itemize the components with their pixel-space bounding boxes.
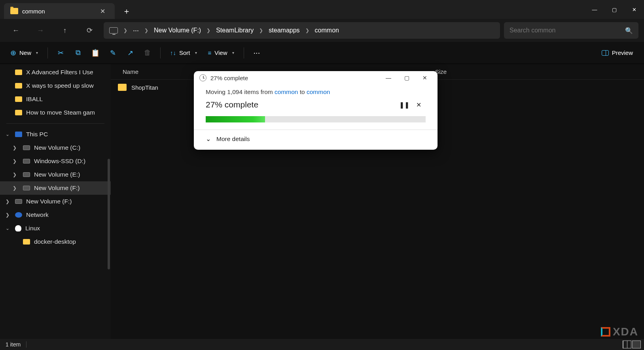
sidebar-drive-e[interactable]: ❯New Volume (E:) [0,168,111,181]
divider [26,341,27,348]
copy-button[interactable]: ⧉ [70,45,86,61]
dialog-minimize-button[interactable]: — [381,75,396,81]
folder-icon [15,83,22,88]
folder-icon [15,96,22,102]
forward-button[interactable]: → [33,23,47,38]
pc-icon [109,27,118,34]
crumb-steamlibrary[interactable]: SteamLibrary [216,27,254,34]
search-box[interactable]: 🔍 [504,22,638,39]
sidebar-item-folder[interactable]: IBALL [0,92,111,106]
divider [47,47,48,58]
sidebar-docker[interactable]: docker-desktop [0,235,111,248]
chevron-right-icon: ❯ [13,185,17,191]
progress-row: 27% complete ❚❚ ✕ [206,99,426,111]
cut-button[interactable]: ✂ [53,45,68,61]
sidebar-item-label: IBALL [26,96,43,103]
sidebar-this-pc[interactable]: ⌄This PC [0,128,111,141]
pause-button[interactable]: ❚❚ [397,99,411,111]
chevron-right-icon: ❯ [123,28,127,33]
status-text: 1 item [6,341,21,348]
chevron-down-icon: ▾ [232,51,234,55]
close-tab-icon[interactable]: ✕ [97,8,108,15]
view-button[interactable]: ≡ View ▾ [203,46,239,59]
chevron-right-icon: ❯ [259,28,263,33]
progress-fill [206,116,265,122]
more-details-button[interactable]: ⌄ More details [194,130,438,150]
source-link[interactable]: common [275,88,298,95]
clock-icon [199,74,206,81]
share-button[interactable]: ↗ [122,45,138,61]
chevron-down-icon: ▾ [195,51,197,55]
sidebar-item-label: Linux [25,225,40,232]
dialog-body: Moving 1,094 items from common to common… [194,85,438,130]
minimize-button[interactable]: — [585,2,604,17]
sidebar-item-label: X ways to speed up slow [26,82,94,89]
file-transfer-dialog: 27% complete — ▢ ✕ Moving 1,094 items fr… [194,71,438,150]
paste-button[interactable]: 📋 [87,45,103,61]
sidebar-drive-f[interactable]: ❯New Volume (F:) [0,181,111,195]
move-prefix: Moving 1,094 items from [206,88,275,95]
chevron-right-icon: ❯ [13,158,17,164]
sidebar-scrollbar[interactable] [108,159,110,269]
drive-icon [23,159,30,164]
preview-icon [602,50,609,56]
dest-link[interactable]: common [307,88,330,95]
chevron-down-icon: ⌄ [6,132,9,137]
dialog-title: 27% complete [210,75,377,81]
close-window-button[interactable]: ✕ [624,2,644,17]
dialog-maximize-button[interactable]: ▢ [400,75,414,81]
maximize-button[interactable]: ▢ [604,2,624,17]
chevron-down-icon: ⌄ [206,135,211,143]
sidebar-item-folder[interactable]: X Advanced Filters I Use [0,66,111,79]
chevron-right-icon: ❯ [6,199,9,204]
xda-watermark: XDA [601,326,638,338]
dialog-close-button[interactable]: ✕ [418,75,432,81]
sidebar-item-label: New Volume (F:) [34,184,80,192]
sidebar-drive-c[interactable]: ❯New Volume (C:) [0,141,111,154]
cancel-button[interactable]: ✕ [411,99,426,111]
breadcrumb-bar[interactable]: ❯ ··· ❯ New Volume (F:) ❯ SteamLibrary ❯… [104,22,500,39]
sidebar-item-folder[interactable]: How to move Steam gam [0,106,111,119]
sidebar-linux[interactable]: ⌄Linux [0,222,111,235]
move-description: Moving 1,094 items from common to common [206,88,426,96]
pc-icon [15,132,22,137]
back-button[interactable]: ← [9,23,23,38]
sidebar-drive-f2[interactable]: ❯New Volume (F:) [0,195,111,208]
sidebar-drive-d[interactable]: ❯Windows-SSD (D:) [0,154,111,168]
drive-icon [23,172,30,177]
crumb-steamapps[interactable]: steamapps [269,27,299,34]
sort-button[interactable]: ↑↓ Sort ▾ [165,46,202,59]
preview-label: Preview [612,49,633,56]
sidebar-item-label: This PC [26,131,48,138]
sidebar: X Advanced Filters I Use X ways to speed… [0,64,111,339]
more-button[interactable]: ··· [249,45,265,60]
file-name: ShopTitan [131,84,158,91]
new-button[interactable]: ⊕ New ▾ [6,45,43,60]
network-icon [15,212,22,218]
title-bar: common ✕ ＋ — ▢ ✕ [0,0,644,19]
tab-common[interactable]: common ✕ [4,3,115,19]
preview-button[interactable]: Preview [596,46,638,59]
list-icon: ≡ [208,49,212,56]
sort-label: Sort [179,49,190,56]
rename-button[interactable]: ✎ [105,45,121,61]
chevron-right-icon: ❯ [13,172,17,177]
folder-icon [15,70,22,75]
crumb-common[interactable]: common [315,27,339,34]
sidebar-network[interactable]: ❯Network [0,208,111,222]
delete-button[interactable]: 🗑 [140,45,155,61]
sidebar-item-folder[interactable]: X ways to speed up slow [0,79,111,92]
sidebar-item-label: New Volume (E:) [34,171,80,178]
large-icons-toggle[interactable] [632,341,641,348]
divider [6,123,104,124]
search-icon[interactable]: 🔍 [625,27,633,34]
chevron-right-icon: ❯ [13,145,17,151]
refresh-button[interactable]: ⟳ [82,23,97,38]
drive-icon [23,186,30,190]
breadcrumb-overflow[interactable]: ··· [133,26,139,35]
up-button[interactable]: ↑ [58,23,72,38]
crumb-drive[interactable]: New Volume (F:) [154,27,201,34]
details-view-toggle[interactable] [623,341,631,348]
new-tab-button[interactable]: ＋ [119,6,134,17]
search-input[interactable] [510,27,621,34]
